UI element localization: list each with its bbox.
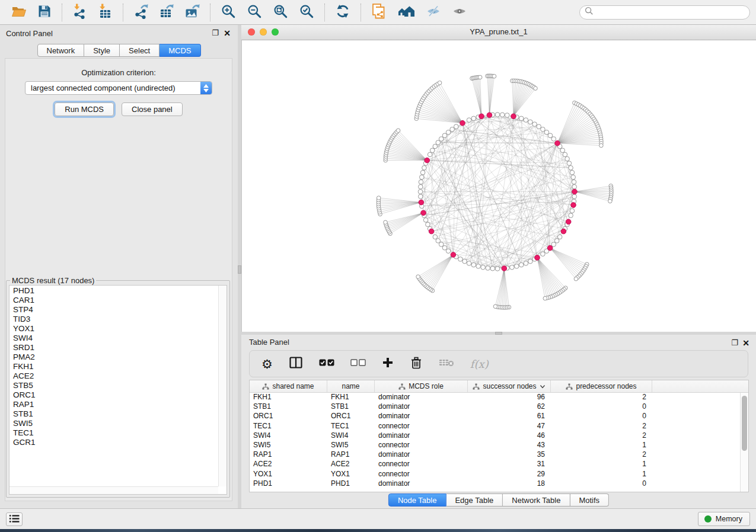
add-column-button[interactable] — [382, 357, 394, 371]
result-vertical-scrollbar[interactable] — [218, 286, 227, 486]
cell-predecessor-nodes[interactable]: 1 — [551, 441, 652, 450]
memory-button[interactable]: Memory — [698, 512, 750, 526]
table-row[interactable]: TEC1TEC1connector472 — [250, 422, 741, 431]
network-node[interactable] — [419, 194, 423, 199]
zoom-in-button[interactable] — [219, 2, 237, 22]
network-node[interactable] — [439, 242, 444, 247]
export-image-button[interactable] — [183, 2, 201, 22]
mcds-result-item[interactable]: ACE2 — [9, 371, 218, 381]
mcds-result-list[interactable]: PHD1CAR1STP4TID3YOX1SWI4SRD1PMA2FKH1ACE2… — [9, 286, 218, 486]
cell-name[interactable]: PHD1 — [327, 479, 375, 489]
tab-node-table[interactable]: Node Table — [388, 493, 446, 507]
delete-column-button[interactable] — [410, 356, 423, 372]
network-node[interactable] — [548, 133, 553, 138]
cell-mcds-role[interactable]: dominator — [375, 402, 468, 412]
cell-successor-nodes[interactable]: 35 — [468, 450, 551, 460]
task-history-button[interactable] — [6, 512, 23, 526]
network-node[interactable] — [446, 130, 451, 135]
network-node[interactable] — [570, 209, 575, 213]
network-node[interactable] — [396, 129, 400, 133]
network-node[interactable] — [458, 257, 463, 262]
cell-name[interactable]: YOX1 — [327, 470, 375, 479]
network-node[interactable] — [430, 148, 435, 153]
network-node[interactable] — [524, 261, 528, 266]
table-settings-button[interactable]: ⚙ — [261, 358, 273, 370]
network-node[interactable] — [551, 137, 556, 142]
network-node[interactable] — [486, 266, 490, 271]
network-node[interactable] — [467, 118, 471, 123]
cell-shared-name[interactable]: SWI5 — [250, 441, 327, 450]
network-node[interactable] — [418, 190, 423, 194]
tab-style[interactable]: Style — [84, 44, 120, 57]
network-node[interactable] — [495, 267, 500, 271]
result-horizontal-scrollbar[interactable] — [9, 486, 218, 494]
network-node[interactable] — [377, 196, 381, 200]
mcds-hub-node[interactable] — [425, 158, 430, 163]
mcds-result-item[interactable]: PHD1 — [9, 286, 218, 296]
network-node[interactable] — [534, 86, 538, 91]
cell-successor-nodes[interactable]: 29 — [468, 470, 551, 479]
cell-shared-name[interactable]: TEC1 — [250, 422, 327, 431]
mcds-hub-node[interactable] — [421, 210, 426, 216]
mcds-result-item[interactable]: FKH1 — [9, 362, 218, 371]
cell-shared-name[interactable]: FKH1 — [250, 393, 327, 402]
mcds-result-item[interactable]: RAP1 — [9, 400, 218, 409]
cell-name[interactable]: ACE2 — [327, 460, 375, 469]
network-node[interactable] — [519, 262, 524, 267]
criterion-select[interactable]: largest connected component (undirected) — [25, 81, 212, 95]
cell-mcds-role[interactable]: dominator — [375, 479, 468, 489]
cell-predecessor-nodes[interactable]: 1 — [551, 460, 652, 469]
mcds-hub-node[interactable] — [572, 189, 578, 194]
delete-table-button[interactable] — [439, 358, 454, 370]
network-node[interactable] — [541, 127, 546, 132]
network-node[interactable] — [524, 118, 528, 123]
mcds-hub-node[interactable] — [555, 140, 560, 146]
mcds-result-item[interactable]: ORC1 — [9, 390, 218, 400]
tab-network[interactable]: Network — [37, 44, 84, 57]
network-node[interactable] — [426, 222, 430, 227]
table-row[interactable]: PHD1PHD1dominator180 — [250, 479, 741, 489]
cell-mcds-role[interactable]: connector — [375, 470, 468, 479]
network-node[interactable] — [481, 265, 486, 270]
mcds-hub-node[interactable] — [571, 203, 576, 208]
mcds-result-item[interactable]: CAR1 — [9, 296, 218, 305]
cell-predecessor-nodes[interactable]: 1 — [551, 470, 652, 479]
network-node[interactable] — [495, 113, 500, 117]
tab-edge-table[interactable]: Edge Table — [446, 493, 503, 507]
mcds-result-item[interactable]: TEC1 — [9, 428, 218, 438]
network-node[interactable] — [557, 235, 562, 239]
network-node[interactable] — [433, 144, 438, 149]
cell-successor-nodes[interactable]: 43 — [468, 441, 551, 450]
network-node[interactable] — [551, 242, 556, 247]
network-node[interactable] — [419, 185, 423, 190]
mcds-result-item[interactable]: STB1 — [9, 409, 218, 419]
show-columns-button[interactable] — [289, 356, 303, 371]
cell-predecessor-nodes[interactable]: 2 — [551, 422, 652, 431]
clone-network-button[interactable] — [370, 2, 388, 23]
network-node[interactable] — [422, 166, 427, 171]
close-panel-button[interactable]: Close panel — [122, 102, 183, 116]
hide-selected-button[interactable] — [425, 3, 442, 21]
cell-predecessor-nodes[interactable]: 0 — [551, 479, 652, 489]
network-node[interactable] — [528, 259, 533, 264]
network-node[interactable] — [454, 124, 459, 129]
export-network-button[interactable] — [132, 2, 149, 22]
mcds-hub-node[interactable] — [487, 113, 492, 118]
table-row[interactable]: STB1STB1dominator620 — [250, 402, 741, 412]
cell-name[interactable]: ORC1 — [327, 412, 375, 421]
network-node[interactable] — [492, 74, 496, 78]
network-node[interactable] — [554, 239, 559, 243]
network-node[interactable] — [570, 170, 575, 175]
cell-mcds-role[interactable]: connector — [375, 460, 468, 469]
column-header-shared-name[interactable]: shared name — [250, 380, 327, 392]
network-node[interactable] — [438, 81, 442, 85]
close-table-panel-icon[interactable]: ✕ — [742, 338, 749, 348]
network-node[interactable] — [462, 259, 467, 264]
network-node[interactable] — [446, 249, 451, 254]
network-node[interactable] — [569, 166, 573, 171]
cell-name[interactable]: STB1 — [327, 402, 375, 412]
network-node[interactable] — [423, 218, 428, 223]
table-row[interactable]: YOX1YOX1connector291 — [250, 470, 741, 479]
mcds-result-item[interactable]: SWI5 — [9, 419, 218, 428]
network-node[interactable] — [428, 152, 432, 157]
